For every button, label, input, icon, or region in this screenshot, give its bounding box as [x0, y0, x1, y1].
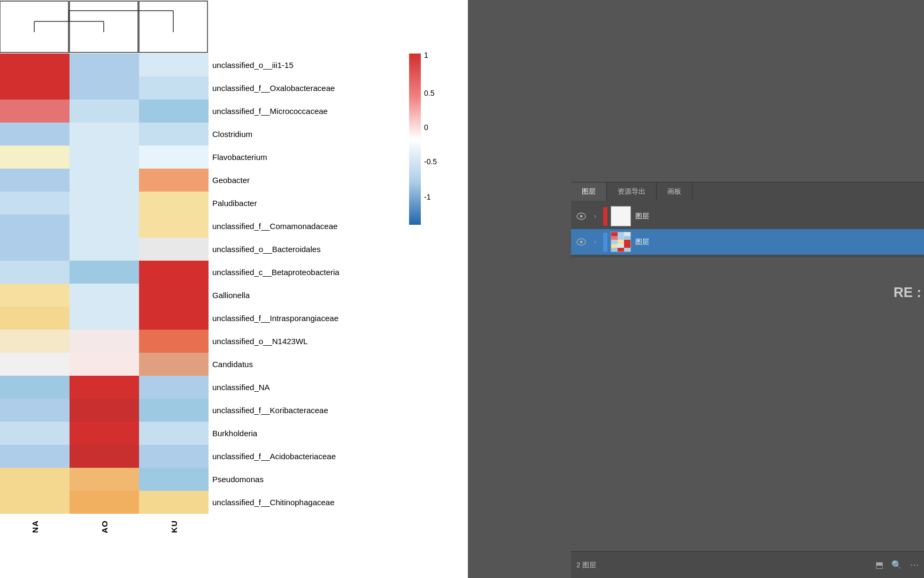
row-label: Pseudomonas: [211, 468, 404, 491]
tab-export[interactable]: 资源导出: [607, 182, 657, 201]
export-icon[interactable]: ⬒: [875, 560, 883, 570]
row-label: Clostridium: [211, 123, 404, 146]
layers-panel: › 图层 ›: [571, 201, 924, 257]
svg-point-11: [580, 215, 583, 218]
color-scale-bar: [409, 54, 421, 225]
row-label: unclassified_o__Bacteroidales: [211, 238, 404, 261]
heatmap-row: [0, 54, 209, 77]
heatmap-row: [0, 77, 209, 100]
heatmap-cell: [70, 169, 139, 192]
row-label: unclassified_c__Betaproteobacteria: [211, 261, 404, 284]
heatmap-cell: [139, 468, 209, 491]
heatmap-cell: [70, 54, 139, 77]
heatmap-cell: [70, 123, 139, 146]
dendrogram-top: [0, 0, 209, 54]
heatmap-cell: [0, 353, 70, 376]
column-labels: NA AO KU: [0, 515, 209, 534]
col-label-na: NA: [30, 520, 40, 533]
heatmap-cell: [70, 238, 139, 261]
heatmap-cell: [0, 77, 70, 100]
heatmap-cell: [70, 146, 139, 169]
heatmap-cell: [70, 307, 139, 330]
heatmap-cell: [70, 376, 139, 399]
layer-name-2: 图层: [635, 237, 649, 247]
eye-icon-1[interactable]: [575, 210, 587, 222]
scale-label-mid: 0: [424, 123, 437, 132]
settings-icon[interactable]: ⋯: [910, 560, 919, 570]
panel-bottom-icons: ⬒ 🔍 ⋯: [875, 560, 919, 570]
scale-label-midhigh: 0.5: [424, 89, 437, 97]
heatmap-row: [0, 307, 209, 330]
panel-bottom: 2 图层 ⬒ 🔍 ⋯: [571, 551, 924, 578]
tab-layers[interactable]: 图层: [571, 182, 607, 201]
row-label: Gallionella: [211, 284, 404, 307]
arrow-icon-1: ›: [590, 211, 600, 221]
heatmap-cell: [139, 100, 209, 123]
heatmap-cell: [0, 169, 70, 192]
row-label: Geobacter: [211, 169, 404, 192]
svg-point-13: [580, 241, 583, 244]
row-label: unclassified_f__Comamonadaceae: [211, 215, 404, 238]
heatmap-row: [0, 123, 209, 146]
layer-thumbnail-1: [611, 206, 631, 226]
row-label: unclassified_o__iii1-15: [211, 54, 404, 77]
heatmap-cell: [139, 192, 209, 215]
layer-item-1[interactable]: › 图层: [571, 203, 924, 229]
heatmap-cell: [139, 307, 209, 330]
heatmap-cell: [139, 215, 209, 238]
row-label: unclassified_f__Intrasporangiaceae: [211, 307, 404, 330]
heatmap-cell: [139, 54, 209, 77]
re-label: RE :: [894, 284, 921, 301]
heatmap-cell: [139, 146, 209, 169]
heatmap-cell: [70, 77, 139, 100]
heatmap-row: [0, 330, 209, 353]
heatmap-row: [0, 261, 209, 284]
heatmap-cell: [0, 284, 70, 307]
row-label: unclassified_f__Acidobacteriaceae: [211, 445, 404, 468]
heatmap-cell: [0, 468, 70, 491]
row-label: unclassified_NA: [211, 376, 404, 399]
col-label-ao: AO: [100, 520, 109, 534]
layer-count-label: 2 图层: [576, 560, 596, 570]
heatmap-cell: [0, 422, 70, 445]
scale-label-midlow: -0.5: [424, 157, 437, 166]
tab-artboard[interactable]: 画板: [657, 182, 692, 201]
heatmap-row: [0, 238, 209, 261]
heatmap-cell: [139, 445, 209, 468]
heatmap-row: [0, 192, 209, 215]
heatmap-cell: [70, 399, 139, 422]
row-label: unclassified_f__Koribacteraceae: [211, 399, 404, 422]
heatmap-cell: [139, 376, 209, 399]
right-panel: 图层 资源导出 画板 › 图层: [468, 0, 924, 578]
heatmap-cell: [139, 399, 209, 422]
heatmap-row: [0, 353, 209, 376]
heatmap-cell: [139, 330, 209, 353]
heatmap-cell: [70, 445, 139, 468]
heatmap-cell: [70, 422, 139, 445]
heatmap-cell: [0, 330, 70, 353]
heatmap-row: [0, 146, 209, 169]
row-label: Burkholderia: [211, 422, 404, 445]
zoom-icon[interactable]: 🔍: [891, 560, 902, 570]
heatmap-cell: [0, 100, 70, 123]
row-label: Flavobacterium: [211, 146, 404, 169]
heatmap-cell: [70, 261, 139, 284]
heatmap-cell: [70, 284, 139, 307]
heatmap-cell: [139, 491, 209, 514]
col-label-ku: KU: [170, 520, 179, 533]
layer-name-1: 图层: [635, 211, 649, 221]
heatmap-cell: [0, 261, 70, 284]
heatmap-cell: [70, 330, 139, 353]
layer-thumbnail-2: [611, 232, 631, 252]
heatmap-cell: [139, 77, 209, 100]
heatmap-cell: [70, 468, 139, 491]
layer-item-2[interactable]: › 图层: [571, 229, 924, 255]
heatmap-cell: [139, 238, 209, 261]
heatmap-row: [0, 422, 209, 445]
heatmap-cell: [0, 123, 70, 146]
scale-label-min: -1: [424, 193, 437, 201]
row-label: unclassified_o__N1423WL: [211, 330, 404, 353]
heatmap-row: [0, 100, 209, 123]
eye-icon-2[interactable]: [575, 236, 587, 248]
main-heatmap-area: unclassified_o__iii1-15unclassified_f__O…: [0, 0, 468, 578]
